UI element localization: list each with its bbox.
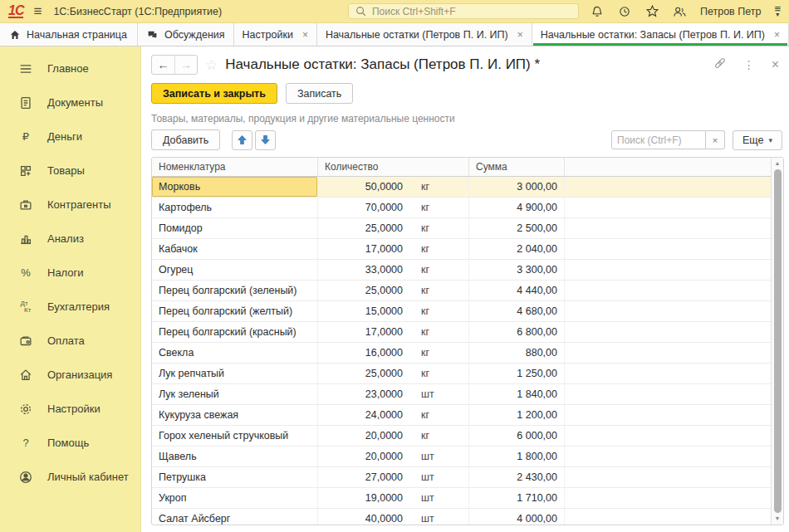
tab-close-icon[interactable]: × bbox=[517, 29, 523, 41]
cell-quantity[interactable]: 24,0000 bbox=[318, 405, 409, 425]
global-search[interactable] bbox=[348, 3, 579, 19]
cell-empty[interactable] bbox=[565, 488, 771, 508]
notifications-bell-icon[interactable] bbox=[591, 4, 605, 18]
cell-quantity[interactable]: 25,0000 bbox=[318, 364, 409, 383]
cell-unit[interactable]: кг bbox=[409, 281, 469, 300]
cell-sum[interactable]: 3 000,00 bbox=[469, 177, 565, 197]
get-link-icon[interactable] bbox=[713, 56, 727, 73]
table-row[interactable]: Свекла16,0000кг880,00 bbox=[152, 343, 771, 364]
cell-quantity[interactable]: 19,0000 bbox=[318, 488, 409, 508]
current-user[interactable]: Петров Петр bbox=[700, 6, 761, 17]
cell-sum[interactable]: 2 500,00 bbox=[469, 218, 565, 238]
cell-unit[interactable]: шт bbox=[409, 384, 469, 404]
table-row[interactable]: Картофель70,0000кг4 900,00 bbox=[152, 198, 771, 218]
table-row[interactable]: Петрушка27,0000шт2 430,00 bbox=[152, 467, 771, 488]
tab-opening-balances[interactable]: Начальные остатки (Петров П. И. ИП) × bbox=[317, 23, 532, 46]
table-row[interactable]: Кукуруза свежая24,0000кг1 200,00 bbox=[152, 405, 771, 426]
more-menu-icon[interactable]: ⋮ bbox=[743, 58, 755, 71]
sidebar-item-settings[interactable]: Настройки bbox=[0, 392, 140, 426]
cell-quantity[interactable]: 70,0000 bbox=[318, 198, 409, 217]
tab-settings[interactable]: Настройки × bbox=[234, 23, 317, 46]
cell-nomenclature[interactable]: Помидор bbox=[152, 218, 318, 238]
cell-unit[interactable]: кг bbox=[409, 260, 469, 280]
tab-opening-balances-stock[interactable]: Начальные остатки: Запасы (Петров П. И. … bbox=[532, 23, 789, 46]
cell-quantity[interactable]: 27,0000 bbox=[318, 467, 409, 487]
column-header-sum[interactable]: Сумма bbox=[469, 158, 565, 176]
cell-nomenclature[interactable]: Горох хеленый стручковый bbox=[152, 426, 318, 446]
table-row[interactable]: Салат Айсберг40,0000шт4 000,00 bbox=[152, 509, 771, 525]
cell-unit[interactable]: шт bbox=[409, 467, 469, 487]
move-up-button[interactable] bbox=[232, 130, 252, 150]
sidebar-item-organization[interactable]: Организация bbox=[0, 358, 140, 392]
cell-nomenclature[interactable]: Кабачок bbox=[152, 239, 318, 259]
cell-unit[interactable]: кг bbox=[409, 364, 469, 383]
cell-nomenclature[interactable]: Перец болгарский (желтый) bbox=[152, 301, 318, 321]
scroll-up-icon[interactable]: ▲ bbox=[775, 160, 781, 167]
sidebar-item-help[interactable]: ? Помощь bbox=[0, 426, 140, 460]
cell-unit[interactable]: кг bbox=[409, 322, 469, 342]
sidebar-item-main[interactable]: Главное bbox=[0, 51, 140, 85]
cell-nomenclature[interactable]: Перец болгарский (красный) bbox=[152, 322, 318, 342]
tab-home[interactable]: Начальная страница bbox=[0, 23, 138, 46]
cell-unit[interactable]: кг bbox=[409, 301, 469, 321]
service-menu-icon[interactable]: ≡▾ bbox=[774, 6, 781, 17]
cell-sum[interactable]: 2 430,00 bbox=[469, 467, 565, 487]
cell-sum[interactable]: 6 000,00 bbox=[469, 426, 565, 446]
cell-unit[interactable]: шт bbox=[409, 447, 469, 466]
cell-empty[interactable] bbox=[565, 426, 771, 446]
sidebar-item-counterparties[interactable]: Контрагенты bbox=[0, 188, 140, 222]
cell-quantity[interactable]: 23,0000 bbox=[318, 384, 409, 404]
cell-empty[interactable] bbox=[565, 301, 771, 321]
cell-unit[interactable]: кг bbox=[409, 343, 469, 363]
cell-sum[interactable]: 2 040,00 bbox=[469, 239, 565, 259]
sidebar-item-personal-account[interactable]: Личный кабинет bbox=[0, 460, 140, 494]
cell-unit[interactable]: кг bbox=[409, 239, 469, 259]
close-form-icon[interactable]: × bbox=[772, 57, 779, 72]
sidebar-item-analysis[interactable]: Анализ bbox=[0, 222, 140, 256]
table-search[interactable] bbox=[611, 130, 706, 149]
table-row[interactable]: Укроп19,0000шт1 710,00 bbox=[152, 488, 771, 509]
cell-quantity[interactable]: 33,0000 bbox=[318, 260, 409, 280]
cell-unit[interactable]: шт bbox=[409, 509, 469, 525]
history-icon[interactable] bbox=[618, 4, 632, 18]
scroll-down-icon[interactable]: ▼ bbox=[775, 515, 781, 522]
column-header-quantity[interactable]: Количество bbox=[318, 158, 469, 176]
cell-quantity[interactable]: 15,0000 bbox=[318, 301, 409, 321]
scrollbar-thumb[interactable] bbox=[774, 169, 782, 513]
cell-nomenclature[interactable]: Лук репчатый bbox=[152, 364, 318, 383]
cell-nomenclature[interactable]: Лук зеленый bbox=[152, 384, 318, 404]
vertical-scrollbar[interactable]: ▲ ▼ bbox=[771, 158, 783, 525]
global-search-input[interactable] bbox=[372, 6, 573, 17]
cell-empty[interactable] bbox=[565, 405, 771, 425]
cell-empty[interactable] bbox=[565, 447, 771, 466]
sidebar-item-money[interactable]: ₽ Деньги bbox=[0, 120, 140, 154]
cell-sum[interactable]: 1 800,00 bbox=[469, 447, 565, 466]
table-search-input[interactable] bbox=[617, 134, 700, 146]
add-button[interactable]: Добавить bbox=[151, 129, 220, 150]
cell-quantity[interactable]: 16,0000 bbox=[318, 343, 409, 363]
table-row[interactable]: Перец болгарский (красный)17,0000кг6 800… bbox=[152, 322, 771, 343]
forward-button[interactable]: → bbox=[174, 56, 197, 74]
cell-sum[interactable]: 4 900,00 bbox=[469, 198, 565, 217]
cell-quantity[interactable]: 20,0000 bbox=[318, 447, 409, 466]
cell-empty[interactable] bbox=[565, 322, 771, 342]
column-header-nomenclature[interactable]: Номенклатура bbox=[152, 158, 318, 176]
cell-nomenclature[interactable]: Свекла bbox=[152, 343, 318, 363]
cell-sum[interactable]: 1 710,00 bbox=[469, 488, 565, 508]
users-icon[interactable] bbox=[673, 4, 687, 18]
table-row[interactable]: Кабачок17,0000кг2 040,00 bbox=[152, 239, 771, 260]
cell-sum[interactable]: 6 800,00 bbox=[469, 322, 565, 342]
cell-unit[interactable]: шт bbox=[409, 488, 469, 508]
sidebar-item-documents[interactable]: Документы bbox=[0, 85, 140, 120]
cell-sum[interactable]: 1 250,00 bbox=[469, 364, 565, 383]
cell-sum[interactable]: 1 840,00 bbox=[469, 384, 565, 404]
cell-sum[interactable]: 880,00 bbox=[469, 343, 565, 363]
cell-empty[interactable] bbox=[565, 281, 771, 300]
cell-empty[interactable] bbox=[565, 177, 771, 197]
save-button[interactable]: Записать bbox=[286, 83, 353, 104]
cell-quantity[interactable]: 25,0000 bbox=[318, 281, 409, 300]
cell-empty[interactable] bbox=[565, 364, 771, 383]
cell-sum[interactable]: 1 200,00 bbox=[469, 405, 565, 425]
cell-unit[interactable]: кг bbox=[409, 405, 469, 425]
cell-unit[interactable]: кг bbox=[409, 218, 469, 238]
